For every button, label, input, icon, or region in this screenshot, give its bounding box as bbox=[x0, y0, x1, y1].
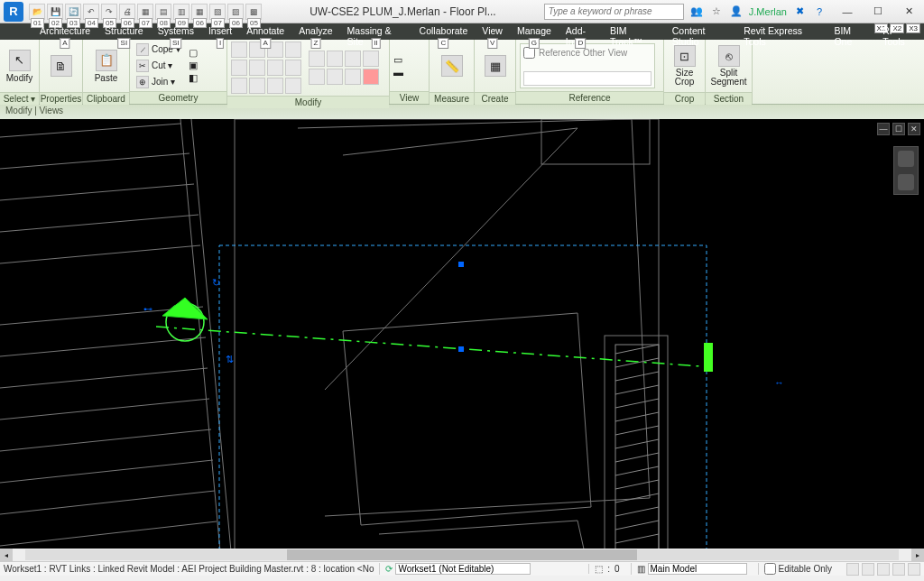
app-logo-icon[interactable]: R bbox=[4, 2, 23, 22]
geom-icon2[interactable]: ▣ bbox=[189, 60, 198, 71]
tab-analyze[interactable]: AnalyzeZ bbox=[291, 23, 339, 40]
qat-open-icon[interactable]: 📂 bbox=[29, 4, 45, 20]
geom-icon1[interactable]: ▢ bbox=[189, 47, 198, 59]
tab-collaborate[interactable]: CollaborateC bbox=[412, 23, 476, 40]
join-button[interactable]: ⊕Join ▾ bbox=[134, 74, 183, 89]
mod-e[interactable] bbox=[309, 69, 325, 85]
panel-select[interactable]: Select ▾ bbox=[0, 92, 39, 105]
split-segment-button[interactable]: ⎋Split Segment bbox=[709, 42, 748, 90]
minimize-button[interactable]: — bbox=[832, 2, 863, 22]
tab-rftools[interactable]: RF Tools bbox=[875, 23, 924, 40]
tab-bimone[interactable]: BIM One bbox=[827, 23, 875, 40]
tab-addins[interactable]: Add-InsD bbox=[559, 23, 603, 40]
array-icon[interactable] bbox=[231, 78, 247, 94]
view-icon2[interactable]: ▬ bbox=[393, 67, 403, 78]
design-option-field[interactable] bbox=[648, 563, 747, 575]
size-crop-button[interactable]: ⊡Size Crop bbox=[668, 42, 701, 90]
filter-icon[interactable] bbox=[908, 563, 920, 576]
properties-button[interactable]: 🗎 bbox=[43, 42, 79, 90]
view-max-icon[interactable]: ☐ bbox=[892, 123, 905, 135]
tab-architecture[interactable]: ArchitectureA bbox=[32, 23, 97, 40]
qat-btn11[interactable]: ▧ bbox=[209, 4, 226, 20]
properties-icon: 🗎 bbox=[51, 55, 72, 77]
qat-btn12[interactable]: ▨ bbox=[227, 4, 244, 20]
delete-icon[interactable] bbox=[285, 78, 301, 94]
scroll-right-icon[interactable]: ▸ bbox=[911, 549, 924, 561]
tab-insert[interactable]: InsertI bbox=[201, 23, 239, 40]
editable-only-checkbox[interactable] bbox=[764, 563, 776, 575]
trim-icon[interactable] bbox=[267, 60, 283, 76]
status-ico4[interactable] bbox=[892, 563, 905, 576]
maximize-button[interactable]: ☐ bbox=[863, 2, 893, 22]
scroll-left-icon[interactable]: ◂ bbox=[0, 549, 13, 561]
selection-count-icon[interactable]: ⬚ bbox=[595, 564, 603, 574]
drawing-canvas[interactable]: ⇅ ↔ ↻ ⊷ — ☐ ✕ ◂ ▸ bbox=[0, 119, 924, 561]
design-options-icon[interactable]: ▥ bbox=[637, 564, 645, 574]
navigation-bar[interactable] bbox=[893, 146, 919, 195]
tab-structure[interactable]: StructureSI bbox=[97, 23, 151, 40]
infocenter-icon[interactable]: 👥 bbox=[689, 5, 704, 19]
view-min-icon[interactable]: — bbox=[877, 123, 890, 135]
signin-icon[interactable]: 👤 bbox=[729, 5, 744, 19]
tab-systems[interactable]: SystemsSI bbox=[151, 23, 201, 40]
star-icon[interactable]: ☆ bbox=[709, 5, 724, 19]
copy-icon[interactable] bbox=[231, 60, 247, 76]
scroll-thumb[interactable] bbox=[287, 549, 636, 560]
move-icon[interactable] bbox=[285, 42, 301, 58]
tab-revitexpress[interactable]: Revit Express Tools bbox=[736, 23, 827, 40]
mod-d[interactable] bbox=[363, 51, 379, 67]
panel-reference: Reference bbox=[516, 91, 663, 104]
close-button[interactable]: ✕ bbox=[893, 2, 924, 22]
modify-button[interactable]: ↖Modify bbox=[4, 42, 35, 90]
cut-button[interactable]: ✂Cut ▾ bbox=[134, 58, 183, 73]
qat-btn7[interactable]: ▦ bbox=[137, 4, 153, 20]
split-icon[interactable] bbox=[285, 60, 301, 76]
search-input[interactable] bbox=[544, 4, 684, 20]
nav-wheel-icon[interactable] bbox=[898, 151, 914, 167]
tab-view[interactable]: ViewV bbox=[475, 23, 510, 40]
qat-undo-icon[interactable]: ↶ bbox=[83, 4, 99, 20]
mod-delete[interactable] bbox=[363, 69, 379, 85]
ref-view-select[interactable] bbox=[523, 71, 651, 86]
mod-f[interactable] bbox=[327, 69, 343, 85]
nav-pan-icon[interactable] bbox=[898, 174, 914, 190]
status-ico3[interactable] bbox=[877, 563, 890, 576]
tab-massing[interactable]: Massing & SiteII bbox=[340, 23, 412, 40]
view-close-icon[interactable]: ✕ bbox=[908, 123, 920, 135]
svg-line-3 bbox=[0, 215, 199, 232]
view-icon1[interactable]: ▭ bbox=[393, 54, 403, 66]
qat-btn13[interactable]: ▩ bbox=[245, 4, 262, 20]
create-button[interactable]: ▦ bbox=[478, 42, 512, 90]
panel-measure: Measure bbox=[430, 92, 474, 105]
measure-button[interactable]: 📏 bbox=[433, 42, 470, 90]
qat-save-icon[interactable]: 💾 bbox=[47, 4, 63, 20]
user-name[interactable]: J.Merlan bbox=[749, 6, 787, 17]
horizontal-scrollbar[interactable]: ◂ ▸ bbox=[0, 549, 924, 561]
qat-print-icon[interactable]: 🖨 bbox=[119, 4, 135, 20]
align-icon[interactable] bbox=[231, 42, 247, 58]
qat-redo-icon[interactable]: ↷ bbox=[101, 4, 117, 20]
status-ico1[interactable] bbox=[846, 563, 859, 576]
tab-annotate[interactable]: AnnotateA bbox=[239, 23, 291, 40]
paste-button[interactable]: 📋Paste bbox=[87, 42, 125, 90]
qat-sync-icon[interactable]: 🔄 bbox=[65, 4, 81, 20]
tab-bimtrack[interactable]: BIM Track™ bbox=[603, 23, 665, 40]
pin-icon[interactable] bbox=[267, 78, 283, 94]
help-icon[interactable]: ? bbox=[812, 5, 827, 19]
qat-btn10[interactable]: ▦ bbox=[191, 4, 208, 20]
tab-contentstudio[interactable]: Content Studio bbox=[665, 23, 737, 40]
mod-c[interactable] bbox=[345, 51, 361, 67]
mod-a[interactable] bbox=[309, 51, 325, 67]
mod-b[interactable] bbox=[327, 51, 343, 67]
exchange-icon[interactable]: ✖ bbox=[792, 5, 807, 19]
status-ico2[interactable] bbox=[862, 563, 874, 576]
scale-icon[interactable] bbox=[249, 78, 265, 94]
active-workset-field[interactable] bbox=[395, 563, 531, 575]
tab-manage[interactable]: ManageG bbox=[510, 23, 559, 40]
rotate-icon[interactable] bbox=[249, 60, 265, 76]
geom-icon3[interactable]: ◧ bbox=[189, 72, 198, 84]
mod-g[interactable] bbox=[345, 69, 361, 85]
qat-btn9[interactable]: ▥ bbox=[173, 4, 189, 20]
workset-sync-icon[interactable]: ⟳ bbox=[385, 564, 393, 574]
qat-btn8[interactable]: ▤ bbox=[155, 4, 171, 20]
